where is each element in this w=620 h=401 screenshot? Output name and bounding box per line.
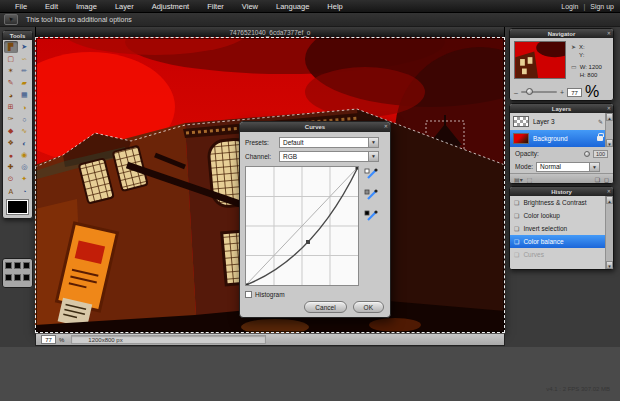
scroll-down-icon[interactable]: ▾ [606,261,613,269]
zoom-level-input[interactable]: 77 [41,335,56,344]
white-point-eyedropper[interactable] [364,168,378,180]
presets-select[interactable]: Default ▼ [279,137,379,148]
histogram-checkbox[interactable] [245,291,252,298]
color-swatch[interactable] [5,262,12,269]
tool-gradient[interactable]: ▦ [18,89,32,101]
layers-scrollbar[interactable]: ▴ ▾ [605,113,613,147]
menu-filter[interactable]: Filter [198,2,233,11]
history-header[interactable]: History ✕ [510,187,613,196]
channel-select[interactable]: RGB ▼ [279,151,379,162]
layers-header[interactable]: Layers ✕ [510,104,613,113]
navigator-zoom-slider[interactable] [521,91,557,93]
color-swatch[interactable] [14,274,21,281]
crop-tool-icon: ▛ [8,43,13,51]
opacity-value[interactable]: 100 [593,150,608,158]
tools-panel-header[interactable]: Tools [3,31,32,40]
menu-view[interactable]: View [233,2,267,11]
tool-color-replace[interactable]: ◑ [18,101,32,113]
menu-file[interactable]: File [6,2,36,11]
menu-layer[interactable]: Layer [106,2,143,11]
navigator-close-icon[interactable]: ✕ [607,30,611,36]
signup-link[interactable]: Sign up [590,3,614,10]
history-item-color-lookup[interactable]: ❏ Color lookup [510,209,606,222]
layer3-name: Layer 3 [533,118,594,125]
menu-adjustment[interactable]: Adjustment [143,2,199,11]
layers-close-icon[interactable]: ✕ [607,105,611,111]
tool-zoom[interactable]: ◔ [18,185,32,197]
cancel-button[interactable]: Cancel [304,301,346,313]
color-swatch[interactable] [14,262,21,269]
color-swatch[interactable] [23,274,30,281]
scroll-up-icon[interactable]: ▴ [606,113,613,121]
tool-spot-heal[interactable]: ✚ [4,161,18,173]
opacity-label: Opacity: [515,150,539,157]
history-item-invert-selection[interactable]: ❏ Invert selection [510,222,606,235]
foreground-color-swatch[interactable] [6,199,29,215]
tool-options-bar: ➤ This tool has no additional options [0,13,620,27]
layer-menu-icon[interactable]: ▤▾ [514,176,523,183]
burn-tool-icon: ● [9,152,13,159]
tool-sharpen[interactable]: ◆ [4,125,18,137]
tool-burn[interactable]: ● [4,149,18,161]
history-item-brightness-contrast[interactable]: ❏ Brightness & Contrast [510,196,606,209]
navigator-zoom-knob[interactable] [526,88,533,95]
navigator-header[interactable]: Navigator ✕ [510,29,613,38]
tool-brush[interactable]: ✎ [4,77,18,89]
layer-row-background[interactable]: Background [510,130,606,147]
active-tool-chip[interactable]: ➤ [4,14,18,25]
document-title-bar[interactable]: 7476521040_6cda7377ef_o [35,26,505,37]
tool-bloat[interactable]: ◎ [18,161,32,173]
delete-layer-icon[interactable]: ◻ [604,176,609,183]
curve-editor[interactable] [245,166,359,286]
black-point-eyedropper[interactable] [364,210,378,222]
new-layer-icon[interactable]: ❏ [595,176,600,183]
tool-drawing[interactable]: ✑ [4,113,18,125]
color-swatch[interactable] [5,274,12,281]
tool-pinch[interactable]: ⊙ [4,173,18,185]
ok-button[interactable]: OK [353,301,384,313]
tool-crop[interactable]: ▛ [4,41,18,53]
layer-mask-icon[interactable]: ⬚ [527,176,533,183]
tool-pencil[interactable]: ✏ [18,65,32,77]
gray-point-eyedropper[interactable] [364,189,378,201]
tool-lasso[interactable]: ∽ [18,53,32,65]
color-swatch[interactable] [23,262,30,269]
scroll-down-icon[interactable]: ▾ [606,139,613,147]
tool-eraser[interactable]: ▰ [18,77,32,89]
menu-image[interactable]: Image [67,2,106,11]
zoom-out-icon[interactable]: – [514,89,518,96]
navigator-zoom-input[interactable]: 77 [567,88,582,97]
tool-move[interactable]: ➤ [18,41,32,53]
tool-red-eye[interactable]: ◉ [18,149,32,161]
login-link[interactable]: Login [561,3,578,10]
menu-edit[interactable]: Edit [36,2,67,11]
opacity-slider-knob[interactable] [584,151,590,157]
curves-close-icon[interactable]: ✕ [384,123,388,129]
menu-language[interactable]: Language [267,2,318,11]
tool-marquee[interactable]: ▢ [4,53,18,65]
history-close-icon[interactable]: ✕ [607,188,611,194]
curves-dialog-header[interactable]: Curves ✕ [240,122,390,132]
history-scrollbar[interactable]: ▴ ▾ [605,196,613,269]
navigator-thumbnail[interactable] [514,41,566,79]
curves-dialog-title: Curves [305,124,325,130]
blend-mode-select[interactable]: Normal ▼ [536,162,600,172]
bloat-tool-icon: ◎ [21,163,27,171]
layer-row-layer3[interactable]: Layer 3 ✎ [510,113,606,130]
menu-help[interactable]: Help [318,2,351,11]
zoom-in-icon[interactable]: + [560,89,564,96]
document-dimensions: 1200x800 px [71,335,266,344]
history-item-color-balance[interactable]: ❏ Color balance [510,235,606,248]
tool-smudge[interactable]: ∿ [18,125,32,137]
eyedropper-black-icon [364,210,378,222]
tool-sponge[interactable]: ❖ [4,137,18,149]
tool-dodge[interactable]: ◐ [18,137,32,149]
tool-paint-bucket[interactable]: ◕ [4,89,18,101]
tool-clone-stamp[interactable]: ⊞ [4,101,18,113]
tool-eyedropper[interactable]: ✦ [18,173,32,185]
scroll-up-icon[interactable]: ▴ [606,196,613,204]
tool-blur[interactable]: ○ [18,113,32,125]
tool-wand[interactable]: ✶ [4,65,18,77]
tool-type[interactable]: A [4,185,18,197]
history-item-curves[interactable]: ❏ Curves [510,248,606,261]
